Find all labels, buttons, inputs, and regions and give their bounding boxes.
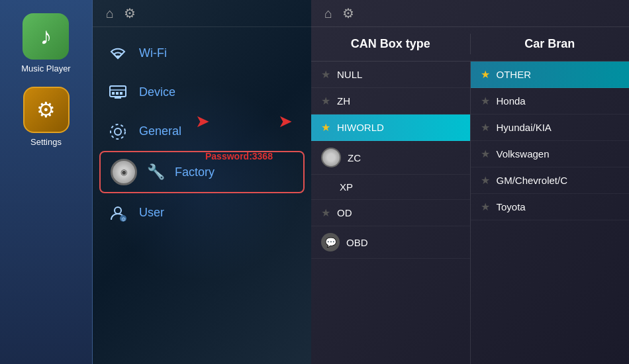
honda-label: Honda: [497, 95, 526, 107]
user-icon: ⚙: [106, 201, 129, 224]
can-box-columns-header: CAN Box type Car Bran: [311, 27, 629, 62]
volkswagen-star-icon: ★: [481, 148, 490, 160]
settings-gear-icon: ⚙: [36, 97, 56, 122]
settings-header-gear-icon[interactable]: ⚙: [124, 5, 136, 21]
music-player-icon-box: ♪: [23, 13, 69, 60]
wifi-label: Wi-Fi: [139, 46, 167, 60]
zc-label: ZC: [348, 152, 361, 163]
settings-panel: ⌂ ⚙ Wi-Fi ➤: [93, 0, 311, 364]
can-box-type-list: ★ NULL ★ ZH ★ HIWORLD ZC XP: [311, 62, 471, 364]
hyundai-star-icon: ★: [481, 121, 490, 134]
menu-item-factory[interactable]: ◉ 🔧 Factory: [99, 151, 305, 193]
hyundai-label: Hyundai/KIA: [497, 122, 552, 133]
music-note-icon: ♪: [40, 23, 52, 50]
toyota-star-icon: ★: [481, 201, 490, 213]
can-box-red-arrow: ➤: [278, 111, 293, 132]
factory-label: Factory: [175, 165, 215, 179]
sidebar: ♪ Music Player ⚙ Settings: [0, 0, 93, 364]
hiworld-star-icon: ★: [321, 121, 330, 134]
toyota-label: Toyota: [497, 201, 526, 212]
can-box-columns-body: ★ NULL ★ ZH ★ HIWORLD ZC XP: [311, 62, 629, 364]
svg-point-7: [111, 124, 125, 139]
can-box-panel: ⌂ ⚙ CAN Box type Car Bran ★ NULL ★ ZH: [311, 0, 629, 364]
obd-label: OBD: [346, 237, 368, 248]
can-box-item-od[interactable]: ★ OD: [311, 200, 470, 226]
can-box-settings-icon[interactable]: ⚙: [342, 5, 354, 21]
can-box-item-hiworld[interactable]: ★ HIWORLD: [311, 114, 470, 141]
device-icon: [106, 81, 129, 104]
car-brand-item-other[interactable]: ★ OTHER: [471, 62, 630, 88]
factory-wrench-icon: 🔧: [147, 163, 165, 181]
can-box-panel-header: ⌂ ⚙: [311, 0, 629, 27]
zh-star-icon: ★: [321, 95, 330, 107]
other-star-icon: ★: [481, 68, 490, 81]
gm-star-icon: ★: [481, 174, 490, 187]
other-label: OTHER: [497, 69, 532, 80]
device-red-arrow: ➤: [195, 111, 210, 132]
music-player-label: Music Player: [21, 64, 70, 73]
od-star-icon: ★: [321, 206, 330, 219]
music-player-app[interactable]: ♪ Music Player: [21, 13, 70, 73]
menu-item-user[interactable]: ⚙ User: [93, 193, 311, 232]
zc-toggle-icon: [321, 148, 341, 167]
null-label: NULL: [337, 69, 362, 80]
honda-star-icon: ★: [481, 95, 490, 107]
menu-item-device[interactable]: ➤ Device: [93, 73, 311, 112]
car-brand-item-honda[interactable]: ★ Honda: [471, 88, 630, 114]
svg-rect-3: [116, 92, 119, 95]
user-label: User: [139, 206, 164, 220]
settings-panel-header: ⌂ ⚙: [93, 0, 311, 27]
hiworld-label: HIWORLD: [337, 122, 384, 133]
xp-label: XP: [340, 181, 353, 193]
svg-point-8: [115, 207, 121, 214]
svg-rect-2: [112, 92, 115, 95]
od-label: OD: [337, 207, 352, 218]
settings-menu-list: Wi-Fi ➤ Device: [93, 27, 311, 239]
wifi-icon: [106, 42, 129, 65]
can-box-type-header: CAN Box type: [311, 34, 471, 54]
device-label: Device: [139, 85, 175, 99]
svg-point-6: [115, 128, 121, 135]
null-star-icon: ★: [321, 68, 330, 81]
settings-icon-box: ⚙: [23, 87, 70, 133]
menu-item-wifi[interactable]: Wi-Fi: [93, 34, 311, 73]
car-brand-item-toyota[interactable]: ★ Toyota: [471, 194, 630, 220]
settings-app[interactable]: ⚙ Settings: [23, 87, 70, 147]
can-box-item-obd[interactable]: 💬 OBD: [311, 226, 470, 259]
general-icon: [106, 120, 129, 143]
car-brand-header: Car Bran: [471, 34, 630, 54]
home-icon[interactable]: ⌂: [106, 6, 114, 21]
volkswagen-label: Volkswagen: [497, 148, 550, 159]
obd-msg-icon: 💬: [321, 233, 340, 251]
factory-toggle-icon: ◉: [111, 159, 137, 185]
settings-label: Settings: [30, 137, 62, 147]
can-box-item-xp[interactable]: XP: [311, 175, 470, 200]
svg-rect-4: [120, 92, 122, 95]
can-box-item-zh[interactable]: ★ ZH: [311, 88, 470, 114]
car-brand-item-volkswagen[interactable]: ★ Volkswagen: [471, 141, 630, 167]
car-brand-list: ★ OTHER ★ Honda ★ Hyundai/KIA ★ Volkswag…: [471, 62, 630, 364]
can-box-item-zc[interactable]: ZC: [311, 141, 470, 175]
app-container: ♪ Music Player ⚙ Settings ⌂ ⚙: [0, 0, 629, 364]
svg-rect-0: [110, 86, 126, 97]
general-label: General: [139, 124, 181, 138]
can-box-item-null[interactable]: ★ NULL: [311, 62, 470, 88]
can-box-home-icon[interactable]: ⌂: [324, 6, 332, 21]
zh-label: ZH: [337, 95, 350, 107]
car-brand-item-hyundai[interactable]: ★ Hyundai/KIA: [471, 114, 630, 141]
car-brand-item-gm[interactable]: ★ GM/Chevrolet/C: [471, 167, 630, 194]
gm-label: GM/Chevrolet/C: [497, 175, 568, 186]
svg-text:⚙: ⚙: [121, 216, 125, 222]
